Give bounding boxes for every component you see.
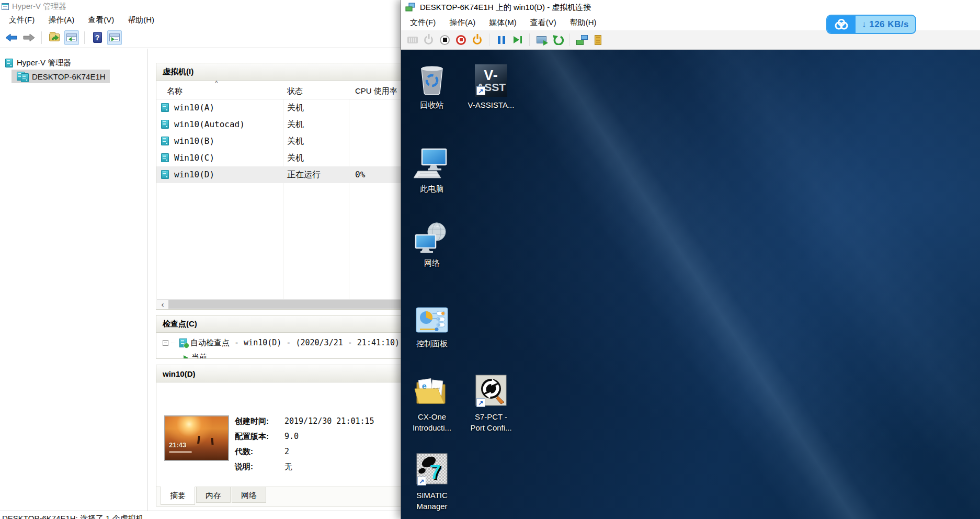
hyperv-toolbar: ?: [0, 27, 403, 48]
help-icon: ?: [93, 32, 102, 43]
hyperv-window-title: Hyper-V 管理器: [12, 2, 66, 12]
desktop-icon-v-assistant[interactable]: V- ASST ↗ V-ASSISTA...: [462, 58, 520, 110]
vm-list-panel: 虚拟机(I) ^ 名称 状态 CPU 使用率 win10(A) 关机 win10…: [156, 63, 403, 310]
icon-label: S7-PCT - Port Confi...: [462, 411, 520, 433]
hyperv-menubar: 文件(F) 操作(A) 查看(V) 帮助(H): [0, 13, 403, 27]
vm-icon: [161, 170, 169, 179]
vm-list-header: 虚拟机(I): [156, 63, 403, 81]
hyperv-manager-window: Hyper-V 管理器 文件(F) 操作(A) 查看(V) 帮助(H): [0, 0, 403, 519]
hv-menu-file[interactable]: 文件(F): [2, 13, 41, 27]
scrollbar-thumb[interactable]: [168, 300, 403, 309]
desktop-icon-simatic-manager[interactable]: 7 7 ↗ SIMATIC Manager: [403, 448, 461, 512]
vm-detail-header: win10(D): [156, 365, 403, 382]
turn-off-button[interactable]: [454, 33, 468, 47]
hv-menu-help[interactable]: 帮助(H): [121, 13, 161, 27]
checkpoint-label: 自动检查点 - win10(D) - (2020/3/21 - 21:41:10…: [190, 338, 400, 348]
hyperv-app-icon: [2, 3, 9, 10]
horizontal-scrollbar[interactable]: ‹: [157, 299, 403, 309]
turn-off-icon: [456, 35, 466, 45]
hv-menu-view[interactable]: 查看(V): [81, 13, 121, 27]
desktop-icon-this-pc[interactable]: 此电脑: [403, 142, 461, 194]
vm-table-header: ^ 名称 状态 CPU 使用率: [156, 81, 403, 99]
vmconnect-titlebar: DESKTOP-6K74E1H 上的 win10(D) - 虚拟机连接: [401, 0, 980, 15]
desktop-icon-s7-pct[interactable]: ↗ S7-PCT - Port Confi...: [462, 370, 520, 433]
netdisk-speed-text: ↓ 126 KB/s: [856, 16, 915, 33]
column-header-name[interactable]: 名称: [167, 86, 183, 96]
vc-menu-action[interactable]: 操作(A): [442, 16, 482, 30]
pause-button[interactable]: [494, 33, 508, 47]
enhanced-session-button[interactable]: [575, 33, 589, 47]
hv-menu-action[interactable]: 操作(A): [41, 13, 81, 27]
vm-detail-body: 21:43 创建时间:2019/12/30 21:01:15 配置版本:9.0 …: [156, 383, 403, 506]
checkpoint-button[interactable]: [534, 33, 549, 47]
tab-networking[interactable]: 网络: [232, 487, 266, 503]
status-text: DESKTOP-6K74E1H: 选择了 1 个虚拟机: [2, 514, 144, 519]
tree-item-host[interactable]: DESKTOP-6K74E1H: [12, 70, 110, 83]
control-panel-icon: [416, 307, 448, 335]
revert-button[interactable]: [551, 33, 565, 47]
back-arrow-icon: [6, 33, 17, 42]
column-header-state[interactable]: 状态: [287, 86, 303, 96]
forward-arrow-icon: [23, 33, 35, 42]
screen: Hyper-V 管理器 文件(F) 操作(A) 查看(V) 帮助(H): [0, 0, 980, 519]
checkpoints-body: 自动检查点 - win10(D) - (2020/3/21 - 21:41:10…: [156, 333, 403, 358]
start-button-disabled[interactable]: [421, 33, 436, 47]
forward-button[interactable]: [21, 30, 36, 45]
back-button[interactable]: [4, 30, 19, 45]
window-panel-right-icon: [109, 33, 120, 41]
desktop-icon-cx-one[interactable]: e pdf CX-One Introducti...: [403, 370, 461, 433]
checkpoint-current-label: 当前: [191, 353, 207, 358]
thumbnail-clock: 21:43: [169, 441, 186, 449]
netdisk-speed-badge[interactable]: ↓ 126 KB/s: [826, 15, 916, 34]
field-created: 创建时间:2019/12/30 21:01:15: [235, 416, 374, 426]
ctrl-alt-del-button[interactable]: [405, 33, 419, 47]
tree-root-label: Hyper-V 管理器: [17, 58, 71, 68]
scroll-left-button[interactable]: ‹: [157, 300, 168, 309]
toolbar-separator: [569, 33, 570, 46]
shut-down-button[interactable]: [470, 33, 484, 47]
vc-menu-view[interactable]: 查看(V): [523, 16, 563, 30]
s7-pct-icon: ↗: [475, 374, 507, 409]
checkpoint-current-item[interactable]: 当前: [184, 353, 207, 358]
help-button[interactable]: ?: [90, 30, 105, 45]
tree-item-hyperv-root[interactable]: Hyper-V 管理器: [0, 56, 75, 70]
tab-summary[interactable]: 摘要: [161, 487, 195, 505]
vm-row-win10autocad[interactable]: win10(Autocad) 关机: [156, 116, 403, 133]
show-action-pane-button[interactable]: [107, 30, 122, 45]
column-header-cpu[interactable]: CPU 使用率: [355, 86, 397, 96]
vc-menu-media[interactable]: 媒体(M): [482, 16, 523, 30]
icon-label: 控制面板: [403, 338, 461, 349]
play-icon: [514, 36, 522, 43]
server-stack-icon: [17, 72, 28, 82]
desktop-icon-control-panel[interactable]: 控制面板: [403, 297, 461, 349]
detail-tabs: 摘要 内存 网络: [156, 487, 403, 506]
show-console-tree-button[interactable]: [64, 30, 79, 45]
desktop-icon-recycle-bin[interactable]: 回收站: [403, 58, 461, 110]
vmconnect-window-title: DESKTOP-6K74E1H 上的 win10(D) - 虚拟机连接: [420, 3, 591, 13]
hyperv-titlebar: Hyper-V 管理器: [0, 0, 403, 13]
vm-icon: [161, 120, 169, 129]
vm-icon: [161, 103, 169, 112]
export-button[interactable]: [47, 30, 62, 45]
status-bar: DESKTOP-6K74E1H: 选择了 1 个虚拟机: [0, 511, 403, 519]
stop-button[interactable]: [438, 33, 452, 47]
storage-button[interactable]: [591, 33, 605, 47]
vc-menu-help[interactable]: 帮助(H): [563, 16, 603, 30]
folder-export-icon: [49, 33, 60, 41]
vm-row-win10a[interactable]: win10(A) 关机: [156, 99, 403, 116]
tree-expander-icon[interactable]: [163, 340, 168, 346]
revert-arrow-icon: [552, 35, 564, 45]
cabinet-icon: [595, 35, 601, 45]
vc-menu-file[interactable]: 文件(F): [403, 16, 442, 30]
vm-row-win10c[interactable]: Win10(C) 关机: [156, 150, 403, 166]
tab-memory[interactable]: 内存: [196, 487, 231, 503]
vm-row-win10d-selected[interactable]: win10(D) 正在运行 0%: [156, 166, 403, 183]
desktop-icon-network[interactable]: 网络: [403, 216, 461, 268]
checkpoint-icon: [179, 339, 187, 347]
checkpoint-machine-icon: [537, 36, 546, 43]
vm-row-win10b[interactable]: win10(B) 关机: [156, 133, 403, 150]
stop-icon: [440, 35, 450, 45]
checkpoint-item[interactable]: 自动检查点 - win10(D) - (2020/3/21 - 21:41:10…: [163, 338, 400, 348]
resume-button[interactable]: [510, 33, 525, 47]
field-generation: 代数:2: [235, 447, 289, 457]
